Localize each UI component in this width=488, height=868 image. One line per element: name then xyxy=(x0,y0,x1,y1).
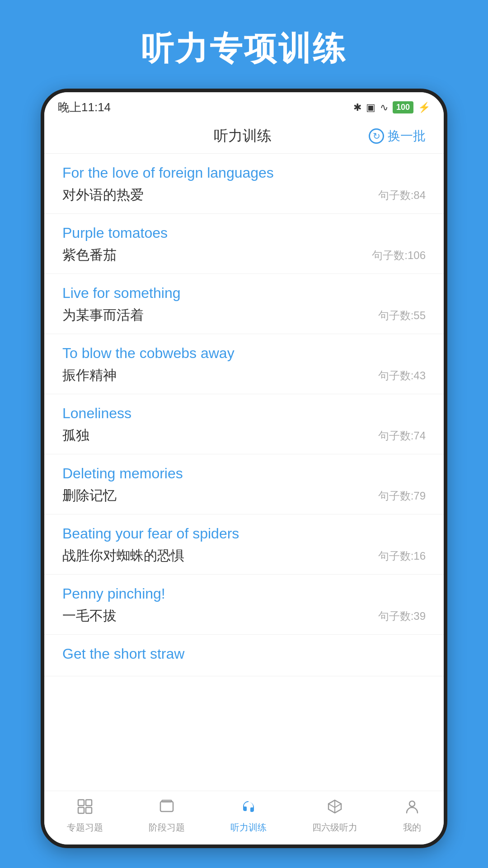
tab-icon-1 xyxy=(159,798,175,819)
page-title: 听力专项训练 xyxy=(18,27,470,71)
item-row: 对外语的热爱句子数:84 xyxy=(62,186,426,204)
refresh-button[interactable]: ↻ 换一批 xyxy=(369,127,426,145)
item-english: Purple tomatoes xyxy=(62,225,426,241)
tab-icon-3 xyxy=(327,798,343,819)
message-icon: ▣ xyxy=(366,102,375,113)
item-english: Deleting memories xyxy=(62,465,426,482)
item-count: 句子数:106 xyxy=(372,248,426,263)
item-count: 句子数:43 xyxy=(378,368,426,383)
refresh-label: 换一批 xyxy=(388,127,426,145)
svg-point-6 xyxy=(409,801,415,807)
item-chinese: 一毛不拔 xyxy=(62,607,117,625)
refresh-icon: ↻ xyxy=(369,128,384,144)
item-row: 为某事而活着句子数:55 xyxy=(62,306,426,325)
item-chinese: 为某事而活着 xyxy=(62,306,144,325)
tab-label-1: 阶段习题 xyxy=(149,821,185,834)
tab-label-3: 四六级听力 xyxy=(312,821,357,834)
item-english: Get the short straw xyxy=(62,646,426,662)
svg-rect-3 xyxy=(86,807,92,813)
tab-label-2: 听力训练 xyxy=(230,821,267,834)
list-item[interactable]: Deleting memories删除记忆句子数:79 xyxy=(44,454,444,514)
item-english: Live for something xyxy=(62,285,426,302)
list-item[interactable]: For the love of foreign languages对外语的热爱句… xyxy=(44,154,444,214)
charge-icon: ⚡ xyxy=(418,102,430,113)
wifi-icon: ∿ xyxy=(380,102,388,113)
tab-icon-2 xyxy=(240,798,257,819)
list-item[interactable]: Penny pinching!一毛不拔句子数:39 xyxy=(44,575,444,635)
svg-rect-0 xyxy=(78,800,84,806)
tab-label-4: 我的 xyxy=(403,821,421,834)
item-chinese: 振作精神 xyxy=(62,366,117,385)
item-count: 句子数:79 xyxy=(378,489,426,503)
list-item[interactable]: Live for something为某事而活着句子数:55 xyxy=(44,274,444,334)
nav-bar: 听力训练 ↻ 换一批 xyxy=(44,119,444,154)
item-row: 战胜你对蜘蛛的恐惧句子数:16 xyxy=(62,547,426,565)
bluetooth-icon: ✱ xyxy=(353,102,361,113)
tab-我的[interactable]: 我的 xyxy=(403,798,421,834)
item-count: 句子数:84 xyxy=(378,188,426,203)
tab-icon-4 xyxy=(404,798,420,819)
battery-icon: 100 xyxy=(393,101,413,113)
item-row: 一毛不拔句子数:39 xyxy=(62,607,426,625)
tab-icon-0 xyxy=(77,798,93,819)
status-bar: 晚上11:14 ✱ ▣ ∿ 100 ⚡ xyxy=(44,92,444,119)
tab-label-0: 专题习题 xyxy=(67,821,103,834)
item-english: Loneliness xyxy=(62,405,426,422)
tab-专题习题[interactable]: 专题习题 xyxy=(67,798,103,834)
page-title-area: 听力专项训练 xyxy=(0,0,488,89)
item-chinese: 战胜你对蜘蛛的恐惧 xyxy=(62,547,184,565)
item-count: 句子数:55 xyxy=(378,308,426,323)
status-icons: ✱ ▣ ∿ 100 ⚡ xyxy=(353,101,430,113)
item-chinese: 对外语的热爱 xyxy=(62,186,144,204)
item-english: For the love of foreign languages xyxy=(62,165,426,181)
tab-听力训练[interactable]: 听力训练 xyxy=(230,798,267,834)
item-row: 振作精神句子数:43 xyxy=(62,366,426,385)
tab-阶段习题[interactable]: 阶段习题 xyxy=(149,798,185,834)
nav-title: 听力训练 xyxy=(214,126,272,146)
list-item[interactable]: Loneliness孤独句子数:74 xyxy=(44,394,444,454)
item-row: 删除记忆句子数:79 xyxy=(62,486,426,505)
status-time: 晚上11:14 xyxy=(58,99,111,115)
item-row: 紫色番茄句子数:106 xyxy=(62,246,426,264)
item-english: Penny pinching! xyxy=(62,585,426,602)
item-english: Beating your fear of spiders xyxy=(62,525,426,542)
item-english: To blow the cobwebs away xyxy=(62,345,426,362)
item-chinese: 紫色番茄 xyxy=(62,246,117,264)
list-item[interactable]: Beating your fear of spiders战胜你对蜘蛛的恐惧句子数… xyxy=(44,514,444,575)
phone-frame: 晚上11:14 ✱ ▣ ∿ 100 ⚡ 听力训练 ↻ 换一批 For the l… xyxy=(41,89,447,848)
tab-bar: 专题习题阶段习题听力训练四六级听力我的 xyxy=(44,791,444,844)
list-item[interactable]: Get the short straw xyxy=(44,635,444,676)
item-chinese: 删除记忆 xyxy=(62,486,117,505)
list-container: For the love of foreign languages对外语的热爱句… xyxy=(44,154,444,791)
svg-rect-1 xyxy=(86,800,92,806)
item-count: 句子数:74 xyxy=(378,429,426,443)
list-item[interactable]: Purple tomatoes紫色番茄句子数:106 xyxy=(44,214,444,274)
item-row: 孤独句子数:74 xyxy=(62,426,426,445)
tab-四六级听力[interactable]: 四六级听力 xyxy=(312,798,357,834)
svg-rect-2 xyxy=(78,807,84,813)
item-count: 句子数:39 xyxy=(378,609,426,623)
list-item[interactable]: To blow the cobwebs away振作精神句子数:43 xyxy=(44,334,444,394)
svg-rect-4 xyxy=(160,802,173,811)
item-chinese: 孤独 xyxy=(62,426,89,445)
item-count: 句子数:16 xyxy=(378,549,426,563)
